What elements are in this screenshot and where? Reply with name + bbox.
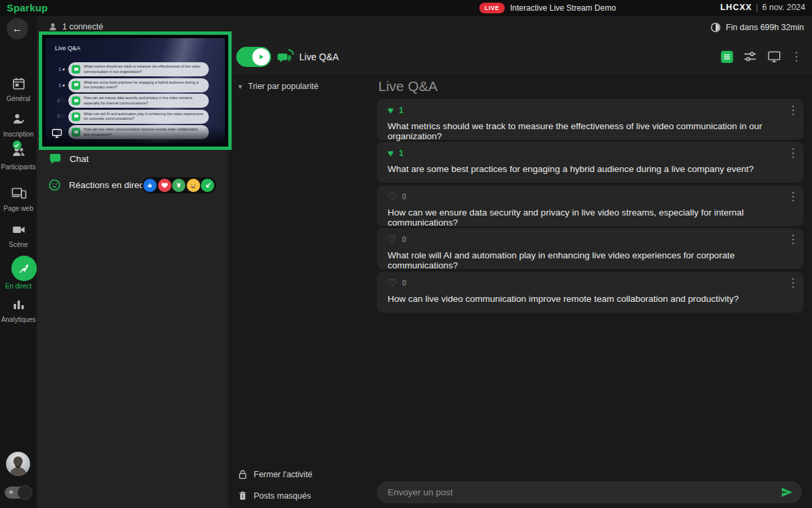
clap-reaction[interactable] [172,179,185,192]
question-text: How can live video communication improve… [388,294,739,304]
sidebar-item-analytiques[interactable]: Analytiques [0,297,37,323]
connected-label: 1 connecté [62,22,103,31]
vote-button[interactable]: ♥ 1 [388,148,404,159]
vote-count: 1 [399,106,404,115]
post-input[interactable] [377,481,773,503]
left-rail: ← Général Inscription [0,16,37,508]
chat-bubble-icon [72,112,80,121]
question-text: What metrics should we track to measure … [388,121,803,141]
sidebar-item-label: Page web [0,205,37,212]
thumbs-up-reaction[interactable] [143,179,157,192]
vote-button[interactable]: ♡ 0 [388,234,406,245]
question-menu-button[interactable]: ⋮ [787,191,797,203]
present-screen-button[interactable] [767,50,781,64]
vote-button[interactable]: ♡ 0 [388,278,406,288]
person-check-icon [11,112,26,126]
theme-toggle[interactable]: ☀ [5,487,31,499]
preview-question-text: How can we ensure data security and priv… [84,96,209,105]
smiley-icon [48,178,62,192]
post-composer [377,481,802,503]
hidden-posts-button[interactable]: Posts masqués [238,491,311,501]
chat-label: Chat [70,154,89,164]
countdown-label: Fin dans 699h 32min [726,23,804,32]
preview-question-row: 0 ♡ How can we ensure data security and … [51,94,209,108]
laughing-reaction[interactable] [187,179,200,192]
settings-sliders-button[interactable] [742,49,758,64]
person-icon [48,22,58,31]
stage-preview-selected[interactable]: Live Q&A 1 ♥ What metrics should we trac… [39,31,232,150]
heart-outline-icon: ♡ [388,191,396,202]
question-menu-button[interactable]: ⋮ [787,277,797,289]
preview-votes: 1 ♥ [51,83,68,88]
heart-icon: ♥ [62,67,65,72]
vote-button[interactable]: ♡ 0 [388,191,406,202]
stream-title-group: LIVE Interactive Live Stream Demo [479,3,616,13]
videocam-icon [11,222,26,237]
sidebar-item-general[interactable]: Général [0,76,37,102]
question-card: ♥ 1 ⋮ What are some best practices for e… [377,142,803,183]
preview-question-row: 0 ♡ What role will AI and automation pla… [51,110,209,124]
heart-icon: ♥ [388,105,394,116]
heart-reaction[interactable] [158,179,171,192]
qa-list-title: Live Q&A [378,78,438,94]
sidebar-item-scene[interactable]: Scène [0,222,37,248]
preview-votes: 0 ♡ [51,98,68,104]
question-card: ♥ 1 ⋮ What metrics should we track to me… [377,99,803,140]
sidebar-item-page-web[interactable]: Page web [0,185,37,212]
user-avatar[interactable] [6,452,30,476]
time-remaining-icon [710,22,721,33]
sidebar-item-label: Général [0,95,37,102]
sidebar-item-en-direct[interactable]: En direct [0,256,37,290]
sparkup-logo: Sparkup [7,2,48,13]
preview-bottom-fade [46,126,225,143]
activity-header-title: Live Q&A [299,52,339,62]
heart-outline-icon: ♡ [61,114,65,118]
chevron-down-icon: ▾ [238,82,242,91]
question-menu-button[interactable]: ⋮ [787,234,797,246]
preview-question-row: 1 ♥ What metrics should we track to meas… [51,62,209,76]
send-icon [781,486,793,499]
question-card: ♡ 0 ⋮ How can live video communication i… [377,272,803,313]
preview-question-row: 1 ♥ What are some best practices for eng… [51,78,209,92]
hidden-posts-label: Posts masqués [254,491,311,501]
heart-outline-icon: ♡ [388,234,396,245]
toggle-knob [17,485,32,500]
stage-preview-thumbnail: Live Q&A 1 ♥ What metrics should we trac… [46,38,225,143]
question-text: What are some best practices for engagin… [388,164,754,174]
list-view-button[interactable] [721,51,733,63]
vote-count: 1 [399,149,404,158]
question-text: What role will AI and automation play in… [388,250,803,270]
sparkup-arrow-reaction[interactable] [201,179,214,192]
more-options-button[interactable]: ⋮ [791,51,800,63]
sidebar-item-label: Analytiques [0,316,37,323]
sort-dropdown[interactable]: ▾ Trier par popularité [238,82,319,91]
sidebar-item-inscription[interactable]: Inscription [0,112,37,138]
sort-label: Trier par popularité [248,82,319,91]
sidebar-item-participants[interactable]: Participants [0,143,37,171]
chat-row[interactable]: Chat [48,152,89,166]
screen-share-icon [52,128,62,139]
vote-count: 0 [402,278,406,288]
preview-question-text: What are some best practices for engagin… [84,80,209,90]
close-activity-button[interactable]: Fermer l'activité [238,469,313,479]
trash-icon [238,491,248,501]
vote-count: 0 [402,192,406,201]
bar-chart-icon [11,297,26,312]
back-button[interactable]: ← [7,18,28,39]
activity-live-toggle[interactable] [236,47,271,67]
heart-outline-icon: ♡ [388,278,396,288]
sidebar-item-label: En direct [0,282,37,290]
vote-button[interactable]: ♥ 1 [388,105,404,116]
question-text: How can we ensure data security and priv… [388,207,803,228]
session-code: LHCXX [720,3,752,12]
preview-question-text: What metrics should we track to measure … [84,64,209,74]
preview-votes: 1 ♥ [51,67,68,72]
top-bar: Sparkup LIVE Interactive Live Stream Dem… [0,0,812,16]
question-menu-button[interactable]: ⋮ [787,147,797,159]
send-button[interactable] [781,486,793,499]
reactions-row[interactable]: Réactions en direct [48,178,147,192]
toggle-knob [252,48,270,66]
question-menu-button[interactable]: ⋮ [787,104,797,116]
chat-bubble-icon [72,81,80,90]
stream-title: Interactive Live Stream Demo [510,3,616,13]
